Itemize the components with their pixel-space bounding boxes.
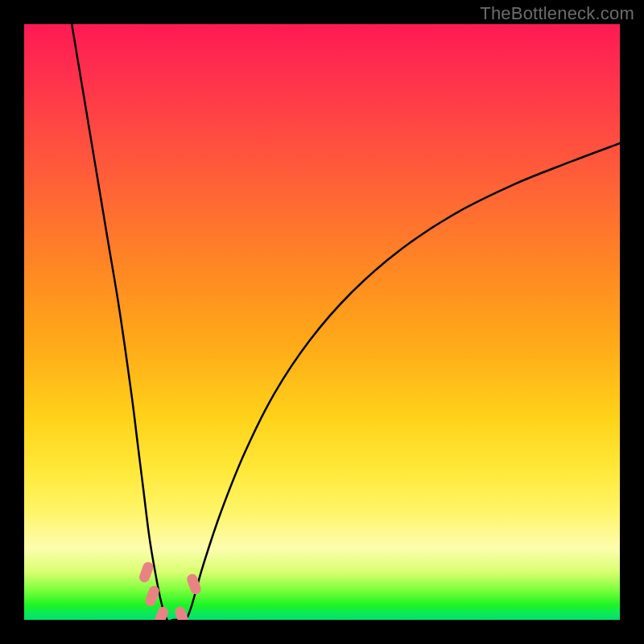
watermark-text: TheBottleneck.com (480, 3, 634, 24)
markers-group (138, 560, 202, 620)
plot-area (24, 24, 620, 620)
marker-a (138, 560, 155, 584)
chart-frame: TheBottleneck.com (0, 0, 644, 644)
marker-c (153, 605, 170, 620)
bottleneck-curve (72, 24, 620, 620)
chart-svg (24, 24, 620, 620)
